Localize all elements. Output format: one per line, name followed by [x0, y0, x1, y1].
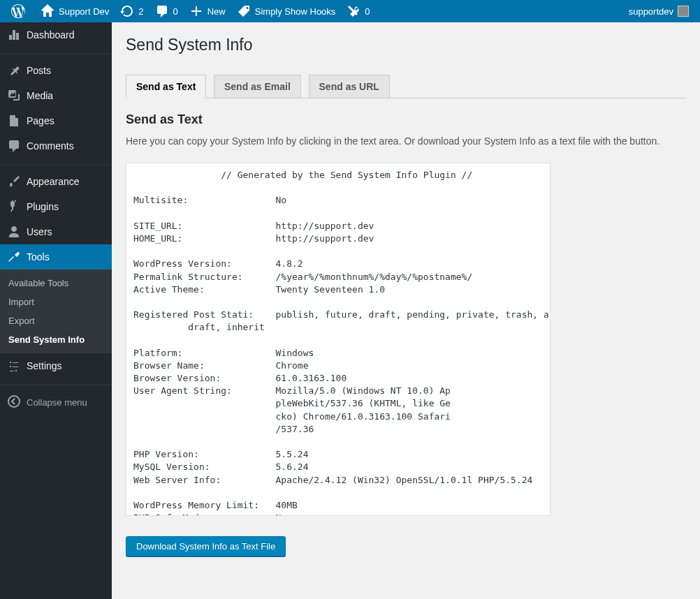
- page-title: Send System Info: [126, 29, 686, 68]
- tab-send-as-url[interactable]: Send as URL: [309, 75, 390, 98]
- tab-send-as-email[interactable]: Send as Email: [214, 75, 301, 98]
- comment-icon: [7, 139, 21, 153]
- menu-separator: [0, 162, 112, 165]
- dashboard-icon: [7, 28, 21, 42]
- menu-separator: [0, 382, 112, 385]
- menu-label: Plugins: [27, 201, 59, 212]
- new-label: New: [207, 6, 226, 17]
- menu-posts[interactable]: Posts: [0, 58, 112, 83]
- menu-settings[interactable]: Settings: [0, 353, 112, 378]
- user-icon: [7, 225, 21, 239]
- collapse-menu[interactable]: Collapse menu: [0, 389, 112, 416]
- avatar: [678, 6, 689, 17]
- tools-submenu: Available Tools Import Export Send Syste…: [0, 269, 112, 353]
- media-icon: [7, 89, 21, 103]
- menu-tools[interactable]: Tools: [0, 244, 112, 269]
- menu-label: Tools: [27, 251, 50, 262]
- download-button[interactable]: Download System Info as Text File: [126, 536, 286, 556]
- menu-separator: [0, 51, 112, 54]
- tag-icon: [237, 4, 251, 18]
- home-icon: [41, 4, 54, 18]
- page-icon: [7, 114, 21, 128]
- section-title: Send as Text: [126, 112, 686, 127]
- menu-label: Users: [27, 226, 52, 237]
- wrench-icon: [7, 250, 21, 264]
- plug-icon: [7, 200, 21, 214]
- update-icon: [120, 4, 134, 18]
- new-content-link[interactable]: New: [184, 0, 231, 22]
- submenu-available-tools[interactable]: Available Tools: [0, 274, 112, 293]
- svg-point-0: [8, 396, 20, 407]
- comment-icon: [155, 4, 169, 18]
- brush-icon: [7, 175, 21, 188]
- plus-icon: [189, 4, 203, 18]
- site-name-label: Support Dev: [59, 6, 109, 17]
- menu-dashboard[interactable]: Dashboard: [0, 22, 112, 47]
- menu-appearance[interactable]: Appearance: [0, 169, 112, 194]
- wordpress-icon: [11, 4, 25, 18]
- menu-label: Comments: [27, 140, 74, 151]
- submenu-export[interactable]: Export: [0, 311, 112, 330]
- wp-logo[interactable]: [6, 0, 35, 22]
- collapse-icon: [7, 394, 21, 411]
- submenu-import[interactable]: Import: [0, 293, 112, 311]
- simply-show-hooks-link[interactable]: Simply Show Hooks: [231, 0, 342, 22]
- updates-count: 2: [138, 6, 143, 17]
- menu-label: Dashboard: [27, 29, 75, 40]
- menu-comments[interactable]: Comments: [0, 133, 112, 158]
- menu-label: Posts: [27, 65, 51, 76]
- tab-bar: Send as Text Send as Email Send as URL: [126, 68, 686, 98]
- disabled-count: 0: [365, 6, 370, 17]
- submenu-send-system-info[interactable]: Send System Info: [0, 330, 112, 349]
- menu-media[interactable]: Media: [0, 83, 112, 108]
- menu-label: Appearance: [27, 176, 80, 187]
- menu-label: Settings: [27, 360, 62, 371]
- comments-count: 0: [173, 6, 178, 17]
- comments-link[interactable]: 0: [150, 0, 184, 22]
- tools-disabled-icon: [347, 4, 360, 18]
- updates-link[interactable]: 2: [115, 0, 149, 22]
- menu-label: Media: [27, 90, 53, 101]
- sliders-icon: [7, 359, 21, 373]
- menu-label: Pages: [27, 115, 54, 126]
- pin-icon: [7, 64, 21, 77]
- tab-send-as-text[interactable]: Send as Text: [126, 75, 206, 98]
- hooks-label: Simply Show Hooks: [255, 6, 336, 17]
- menu-plugins[interactable]: Plugins: [0, 194, 112, 219]
- user-name-label: supportdev: [629, 6, 673, 17]
- section-description: Here you can copy your System Info by cl…: [126, 134, 686, 149]
- user-account-link[interactable]: supportdev: [623, 0, 694, 22]
- menu-users[interactable]: Users: [0, 219, 112, 244]
- site-name-link[interactable]: Support Dev: [35, 0, 115, 22]
- collapse-label: Collapse menu: [27, 397, 87, 408]
- system-info-textarea[interactable]: [126, 163, 550, 516]
- disabled-tools-link[interactable]: 0: [341, 0, 375, 22]
- menu-pages[interactable]: Pages: [0, 108, 112, 133]
